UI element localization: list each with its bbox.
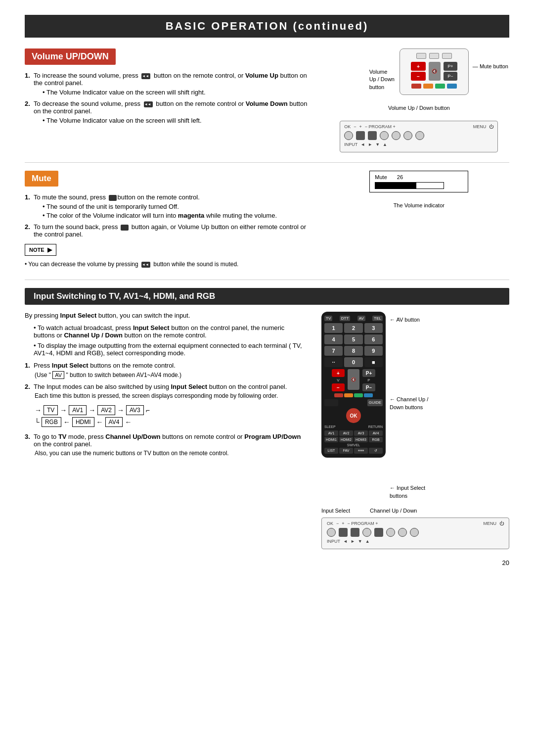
mute-bullets-1: The sound of the unit is temporarily tur… [34, 203, 314, 219]
rb-av-btn: AV [357, 316, 365, 321]
cpb-circles-row [327, 528, 504, 537]
note-box: NOTE ▶ [25, 244, 56, 256]
rb-num-4: 4 [324, 334, 343, 344]
cpb-minus-btn [339, 528, 348, 537]
vol-minus-btn: − [411, 72, 426, 81]
input-num-list: 1. Press Input Select buttons on the rem… [25, 362, 307, 399]
rb-hdmi2: HDMI2 [339, 437, 353, 442]
cp-menu-btn [403, 131, 412, 140]
cp-bottom-row: INPUT ◄ ► ▼ ▲ [344, 142, 493, 147]
rb-vol-prog: + V − 🔇 P+ P P− [324, 369, 383, 391]
av-box: AV [52, 371, 64, 379]
cpb-prog-center [374, 528, 383, 537]
volume-item-2: 2. To decrease the sound volume, press b… [25, 100, 314, 124]
rb-vol-minus: − [332, 383, 345, 391]
volume-section-title: Volume UP/DOWN [25, 48, 116, 65]
mute-item-2: 2. To turn the sound back, press button … [25, 223, 314, 238]
rb-ok-btn: OK [346, 408, 361, 423]
av-button-label: ← AV button [390, 317, 428, 323]
rb-rgb: RGB [369, 437, 383, 442]
note-container: NOTE ▶ • You can decrease the volume by … [25, 244, 314, 268]
rb-green [354, 393, 363, 397]
volume-bullets-1: The Volume Indicator value on the screen… [34, 89, 314, 96]
rb-num-7: 7 [324, 346, 343, 356]
input-section: Input Switching to TV, AV1~4, HDMI, and … [25, 288, 509, 549]
rb-swivel-label: SWIVEL [324, 443, 383, 447]
mute-button-label: — Mute button [473, 63, 508, 69]
rb-numpad: 1 2 3 4 5 6 7 8 9 ·· 0 ■ [324, 323, 383, 367]
prog-minus-btn: P− [444, 72, 457, 81]
prog-plus-btn: P+ [444, 62, 457, 71]
channel-updown-cp-label: Channel Up / Down [370, 508, 417, 514]
remote-side-labels: ← AV button ← Channel Up /Down buttons ←… [390, 312, 428, 500]
rb-blue [364, 393, 373, 397]
mute-section-title: Mute [25, 171, 58, 187]
input-item-2: 2. The Input modes can be also switched … [25, 383, 307, 399]
rb-guide-btn: GUIDE [367, 399, 383, 406]
rb-av-input-row: AV1 AV2 AV3 AV4 [324, 430, 383, 436]
mute-left: Mute 1. To mute the sound, press button … [25, 171, 314, 268]
input-right: TV DTT AV TEL 1 2 3 4 5 6 [321, 312, 509, 549]
rb-num-solid: ■ [364, 357, 383, 367]
rb-mute-center: 🔇 [348, 369, 359, 390]
rb-menu-btn [324, 399, 338, 406]
divider-1 [25, 162, 509, 163]
rb-prog-col: P+ P P− [362, 369, 375, 391]
input-item-1-sub: (Use " AV " button to switch between AV1… [35, 371, 307, 379]
rb-list: LIST [324, 448, 338, 454]
volume-left: Volume UP/DOWN 1. To increase the sound … [25, 48, 314, 152]
input-select-label: ← Input Selectbuttons [390, 484, 428, 500]
remote-top-area: VolumeUp / Downbutton [369, 48, 469, 95]
vol-indicator-box: Mute 26 [369, 171, 468, 192]
remote-top-btns [405, 53, 463, 59]
vol-up-icon [141, 73, 150, 79]
rb-av2: AV2 [339, 430, 353, 436]
mute-section: Mute 1. To mute the sound, press button … [25, 171, 509, 268]
remote-top-image: + − 🔇 P+ P− [400, 48, 469, 95]
color-buttons [405, 84, 463, 89]
orange-btn [423, 84, 433, 89]
cpb-prog-plus [386, 528, 395, 537]
control-panel-bottom: OK − + − PROGRAM + MENU ⏻ [321, 518, 509, 549]
vol-indicator-label: The Volume indicator [394, 202, 445, 208]
cpb-ok-btn [327, 528, 336, 537]
page-header: BASIC OPERATION (continued) [25, 15, 509, 38]
input-intro: By pressing Input Select button, you can… [25, 312, 307, 319]
mute-icon-1 [109, 195, 117, 201]
vi-bar-fill [375, 183, 416, 189]
volume-list: 1. To increase the sound volume, press b… [25, 72, 314, 124]
rb-hdmi3: HDMI3 [354, 437, 368, 442]
rb-num-3: 3 [364, 323, 383, 333]
rb-num-6: 6 [364, 334, 383, 344]
cpb-prog-minus [362, 528, 371, 537]
blue-btn [447, 84, 457, 89]
mute-icon-2 [121, 225, 129, 231]
rb-vol-col: + V − [332, 369, 345, 391]
cp-prog-minus-btn [380, 131, 389, 140]
rb-sleep-return: SLEEP RETURN [324, 425, 383, 428]
remote-btn-2 [429, 53, 439, 59]
cp-circles-row [344, 131, 493, 140]
rb-num-8: 8 [344, 346, 362, 356]
rb-prog-plus: P+ [362, 369, 375, 377]
rb-tv-btn: TV [324, 316, 332, 321]
input-two-col: By pressing Input Select button, you can… [25, 312, 509, 549]
volume-right: VolumeUp / Downbutton [329, 48, 509, 152]
cp-plus-btn [368, 131, 377, 140]
rb-iii: ≡≡≡ [354, 448, 368, 454]
cp-prog-plus-btn [392, 131, 400, 140]
input-item-1: 1. Press Input Select buttons on the rem… [25, 362, 307, 379]
rb-tel-btn: TEL [372, 316, 383, 321]
rb-fav: FAV [339, 448, 353, 454]
volume-section: Volume UP/DOWN 1. To increase the sound … [25, 48, 509, 152]
rb-color-row [324, 393, 383, 397]
cp-minus-btn [356, 131, 365, 140]
rb-prog-label: P [362, 378, 375, 382]
cp-top-row: OK − + − PROGRAM + MENU ⏻ [344, 124, 493, 129]
rb-av3: AV3 [354, 430, 368, 436]
flow-row-2: └ RGB ← HDMI ← AV4 ← [35, 417, 307, 427]
rb-prog-minus: P− [362, 383, 375, 391]
rb-dtt-btn: DTT [340, 316, 351, 321]
input-bullet-list: To watch actual broadcast, press Input S… [25, 324, 307, 357]
mute-item-1: 1. To mute the sound, press button on th… [25, 193, 314, 219]
